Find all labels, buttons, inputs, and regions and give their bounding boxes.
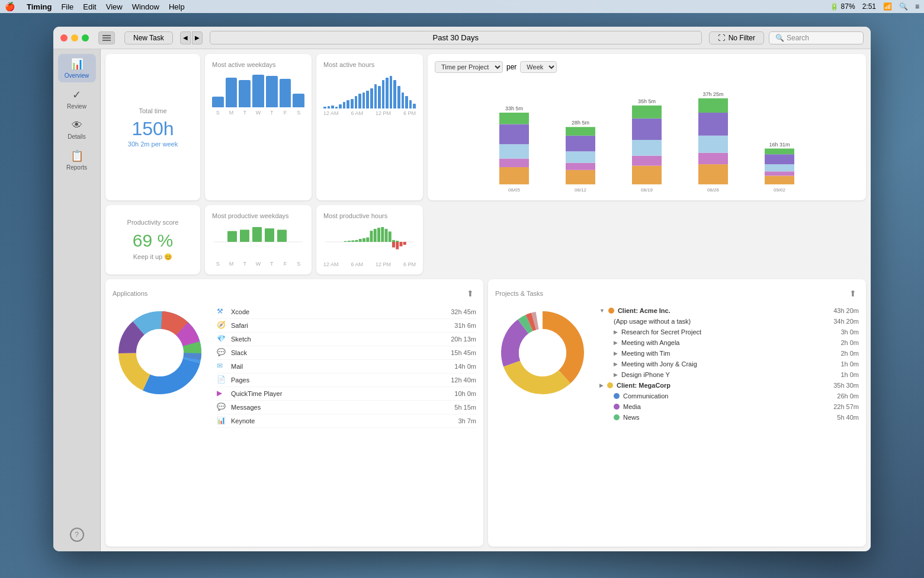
menubar-search-icon[interactable]: 🔍 xyxy=(899,2,908,11)
most-productive-weekdays-title: Most productive weekdays xyxy=(212,212,304,219)
menu-view[interactable]: View xyxy=(106,2,123,11)
productive-weekday-label-M: M xyxy=(226,261,238,267)
active-weekday-label-S: S xyxy=(293,110,304,116)
next-period-button[interactable]: ▶ xyxy=(192,31,203,44)
active-hour-bar-23 xyxy=(413,104,416,108)
new-task-button[interactable]: New Task xyxy=(124,31,173,44)
project-child-row-1-1[interactable]: Media22h 57m xyxy=(599,401,859,412)
child-expand-0-1[interactable]: ▶ xyxy=(614,329,618,335)
total-time-sub: 30h 2m per week xyxy=(128,140,178,148)
most-active-weekdays-title: Most active weekdays xyxy=(212,61,304,68)
svg-rect-21 xyxy=(252,227,262,242)
child-expand-0-2[interactable]: ▶ xyxy=(614,340,618,346)
child-expand-0-4[interactable]: ▶ xyxy=(614,361,618,367)
second-row-spacer xyxy=(428,205,866,274)
filter-label: No Filter xyxy=(729,34,755,42)
search-bar[interactable]: 🔍 Search xyxy=(769,31,864,44)
sidebar-item-review[interactable]: ✓ Review xyxy=(58,85,96,113)
applications-share-button[interactable]: ⬆ xyxy=(464,286,476,301)
menubar-menu-icon[interactable]: ≡ xyxy=(915,2,919,11)
tpp-bar-3-3 xyxy=(698,113,728,136)
app-time-6: 10h 0m xyxy=(454,390,476,397)
app-row-messages[interactable]: 💬Messages5h 15m xyxy=(217,401,476,414)
app-list: ⚒Xcode32h 45m🧭Safari31h 6m💎Sketch20h 13m… xyxy=(217,305,476,428)
project-row-1[interactable]: ▶Client: MegaCorp35h 30m xyxy=(599,380,859,391)
search-placeholder: Search xyxy=(787,34,809,42)
productive-weekday-label-T: T xyxy=(239,261,251,267)
tpp-bar-4-0 xyxy=(765,175,794,184)
project-child-row-0-1[interactable]: ▶Research for Secret Project3h 0m xyxy=(599,327,859,337)
help-button[interactable]: ? xyxy=(70,528,84,542)
project-child-row-1-2[interactable]: News5h 40m xyxy=(599,412,859,423)
menu-edit[interactable]: Edit xyxy=(83,2,96,11)
donut-container: ⚒Xcode32h 45m🧭Safari31h 6m💎Sketch20h 13m… xyxy=(113,305,476,428)
projects-card: Projects & Tasks ⬆ xyxy=(488,279,866,547)
project-child-row-0-0[interactable]: (App usage without a task)34h 20m xyxy=(599,316,859,327)
close-button[interactable] xyxy=(60,34,68,41)
prev-period-button[interactable]: ◀ xyxy=(180,31,191,44)
productive-weekday-label-W: W xyxy=(252,261,264,267)
sidebar-item-details[interactable]: 👁 Details xyxy=(58,116,96,143)
menu-timing[interactable]: Timing xyxy=(27,2,52,11)
apple-icon[interactable]: 🍎 xyxy=(5,2,15,11)
date-range-label[interactable]: Past 30 Days xyxy=(210,31,702,44)
filter-button[interactable]: ⛶ No Filter xyxy=(709,31,764,44)
project-child-row-0-4[interactable]: ▶Meeting with Jony & Craig1h 0m xyxy=(599,359,859,369)
child-name-1-2: News xyxy=(623,414,833,421)
project-child-row-1-0[interactable]: Communication26h 0m xyxy=(599,391,859,401)
menu-help[interactable]: Help xyxy=(169,2,185,11)
projects-share-button[interactable]: ⬆ xyxy=(847,286,859,301)
menu-file[interactable]: File xyxy=(61,2,73,11)
project-time-0: 43h 20m xyxy=(833,307,859,314)
app-row-quicktime-player[interactable]: ▶QuickTime Player10h 0m xyxy=(217,387,476,401)
maximize-button[interactable] xyxy=(82,34,89,41)
svg-rect-40 xyxy=(396,241,399,242)
tpp-bar-3-2 xyxy=(698,136,728,153)
project-row-0[interactable]: ▼Client: Acme Inc.43h 20m xyxy=(599,305,859,316)
project-child-row-0-3[interactable]: ▶Meeting with Tim2h 0m xyxy=(599,348,859,359)
project-child-row-0-2[interactable]: ▶Meeting with Angela2h 0m xyxy=(599,337,859,348)
app-row-pages[interactable]: 📄Pages12h 40m xyxy=(217,373,476,387)
menubar-time: 2:51 xyxy=(862,2,876,11)
project-child-row-0-5[interactable]: ▶Design iPhone Y1h 0m xyxy=(599,369,859,380)
productive-weekday-label-S: S xyxy=(212,261,224,267)
active-hour-bar-16 xyxy=(386,78,389,108)
sidebar-item-overview[interactable]: 📊 Overview xyxy=(58,54,96,82)
sidebar-toggle-button[interactable] xyxy=(98,31,115,44)
menu-window[interactable]: Window xyxy=(132,2,159,11)
child-expand-0-5[interactable]: ▶ xyxy=(614,372,618,378)
app-row-safari[interactable]: 🧭Safari31h 6m xyxy=(217,319,476,333)
productivity-card: Productivity score 69 % Keep it up 😊 xyxy=(105,205,200,274)
most-active-hours-card: Most active hours 12 AM 6 AM 12 PM 6 PM xyxy=(316,54,423,200)
minimize-button[interactable] xyxy=(71,34,78,41)
app-row-sketch[interactable]: 💎Sketch20h 13m xyxy=(217,333,476,346)
apps-donut-chart xyxy=(113,305,207,400)
tpp-period-select[interactable]: Week xyxy=(520,61,557,73)
project-expand-1[interactable]: ▶ xyxy=(599,382,604,388)
svg-text:08/12: 08/12 xyxy=(575,187,587,193)
active-hour-bar-15 xyxy=(382,80,385,108)
svg-rect-0 xyxy=(102,35,111,36)
projects-donut-wrapper xyxy=(495,305,590,423)
child-dot-1-0 xyxy=(614,393,620,399)
search-icon: 🔍 xyxy=(775,34,784,42)
app-row-keynote[interactable]: 📊Keynote3h 7m xyxy=(217,414,476,428)
app-row-mail[interactable]: ✉Mail14h 0m xyxy=(217,360,476,373)
active-hour-bar-6 xyxy=(346,100,349,108)
app-icon-0: ⚒ xyxy=(217,307,226,317)
tpp-metric-select[interactable]: Time per Project xyxy=(435,61,503,73)
app-icon-5: 📄 xyxy=(217,375,226,385)
project-expand-0[interactable]: ▼ xyxy=(599,308,605,314)
tpp-bar-4-2 xyxy=(765,164,794,171)
app-name-2: Sketch xyxy=(231,336,446,343)
bottom-row: Applications ⬆ xyxy=(105,279,866,547)
sidebar-item-reports[interactable]: 📋 Reports xyxy=(58,146,96,174)
productive-weekdays-chart xyxy=(212,224,304,260)
app-row-slack[interactable]: 💬Slack15h 45m xyxy=(217,346,476,360)
sidebar-label-details: Details xyxy=(68,133,86,140)
child-dot-1-1 xyxy=(614,404,620,410)
child-expand-0-3[interactable]: ▶ xyxy=(614,350,618,356)
app-row-xcode[interactable]: ⚒Xcode32h 45m xyxy=(217,305,476,319)
most-active-weekdays-card: Most active weekdays SMTWTFS xyxy=(205,54,312,200)
review-icon: ✓ xyxy=(72,88,81,101)
